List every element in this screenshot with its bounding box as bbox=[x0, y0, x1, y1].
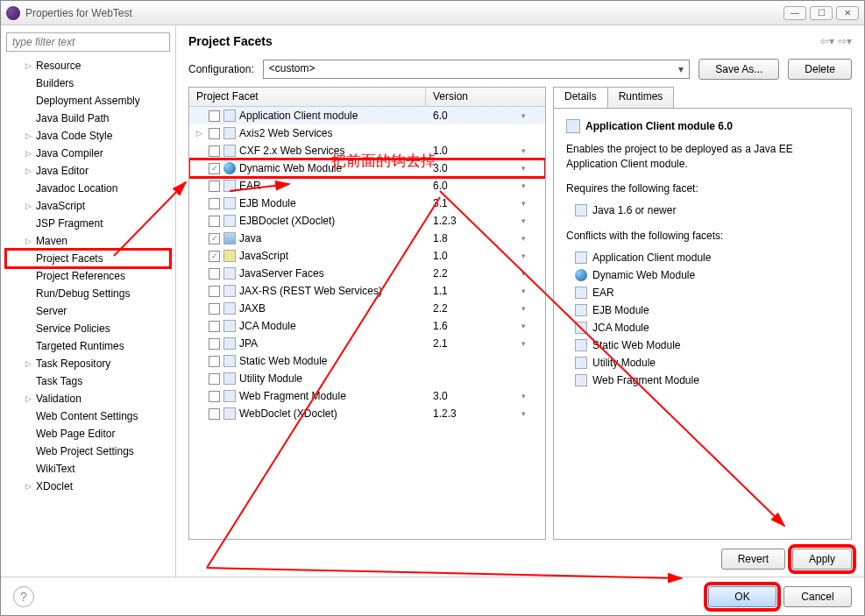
sidebar-item-xdoclet[interactable]: ▷XDoclet bbox=[6, 478, 170, 495]
facet-row[interactable]: JavaServer Faces2.2▾ bbox=[189, 265, 545, 282]
facet-checkbox[interactable] bbox=[209, 128, 220, 139]
sidebar-item-jsp-fragment[interactable]: JSP Fragment bbox=[6, 215, 170, 232]
version-dropdown-icon[interactable]: ▾ bbox=[521, 234, 526, 243]
version-dropdown-icon[interactable]: ▾ bbox=[521, 269, 526, 278]
facet-checkbox[interactable] bbox=[209, 216, 220, 227]
filter-input[interactable] bbox=[6, 32, 170, 52]
ok-button[interactable]: OK bbox=[708, 586, 776, 607]
version-dropdown-icon[interactable]: ▾ bbox=[521, 181, 526, 190]
facet-icon bbox=[223, 267, 236, 280]
facet-row[interactable]: Web Fragment Module3.0▾ bbox=[189, 387, 545, 405]
facet-row[interactable]: JPA2.1▾ bbox=[189, 335, 545, 352]
version-dropdown-icon[interactable]: ▾ bbox=[521, 304, 526, 313]
facet-row[interactable]: JCA Module1.6▾ bbox=[189, 317, 545, 335]
facet-row[interactable]: ▷Axis2 Web Services bbox=[189, 124, 545, 142]
version-dropdown-icon[interactable]: ▾ bbox=[521, 287, 526, 295]
sidebar-item-task-repository[interactable]: ▷Task Repository bbox=[6, 355, 170, 372]
facet-version: 3.1 bbox=[433, 197, 448, 209]
facet-row[interactable]: Static Web Module bbox=[189, 352, 545, 370]
sidebar-item-java-editor[interactable]: ▷Java Editor bbox=[6, 162, 170, 180]
facet-row[interactable]: ✓Dynamic Web Module3.0▾ bbox=[189, 159, 545, 177]
facet-checkbox[interactable] bbox=[209, 391, 220, 402]
sidebar-item-builders[interactable]: Builders bbox=[6, 74, 170, 92]
sidebar-item-javadoc-location[interactable]: Javadoc Location bbox=[6, 180, 170, 197]
sidebar-item-task-tags[interactable]: Task Tags bbox=[6, 372, 170, 390]
facet-row[interactable]: Utility Module bbox=[189, 370, 545, 387]
facet-name: CXF 2.x Web Services bbox=[239, 145, 344, 157]
version-dropdown-icon[interactable]: ▾ bbox=[521, 199, 526, 208]
minimize-button[interactable]: — bbox=[783, 6, 806, 20]
sidebar-item-web-page-editor[interactable]: Web Page Editor bbox=[6, 425, 170, 443]
facet-checkbox[interactable] bbox=[209, 110, 220, 122]
sidebar-item-java-compiler[interactable]: ▷Java Compiler bbox=[6, 145, 170, 162]
sidebar-item-resource[interactable]: ▷Resource bbox=[6, 57, 170, 74]
facet-checkbox[interactable]: ✓ bbox=[209, 251, 220, 262]
sidebar-item-java-build-path[interactable]: Java Build Path bbox=[6, 110, 170, 127]
sidebar-item-server[interactable]: Server bbox=[6, 302, 170, 320]
maximize-button[interactable]: ☐ bbox=[810, 6, 833, 20]
facet-checkbox[interactable] bbox=[209, 356, 220, 367]
facet-row[interactable]: ✓Java1.8▾ bbox=[189, 230, 545, 247]
expander-icon: ▷ bbox=[25, 61, 36, 70]
sidebar-item-web-project-settings[interactable]: Web Project Settings bbox=[6, 443, 170, 460]
facet-row[interactable]: CXF 2.x Web Services1.0▾ bbox=[189, 142, 545, 159]
facet-row[interactable]: JAX-RS (REST Web Services)1.1▾ bbox=[189, 282, 545, 300]
sidebar-item-project-references[interactable]: Project References bbox=[6, 267, 170, 285]
version-dropdown-icon[interactable]: ▾ bbox=[521, 216, 526, 225]
tab-details[interactable]: Details bbox=[553, 87, 608, 108]
version-dropdown-icon[interactable]: ▾ bbox=[521, 111, 526, 120]
sidebar-item-validation[interactable]: ▷Validation bbox=[6, 390, 170, 407]
help-icon[interactable]: ? bbox=[13, 586, 34, 607]
sidebar-item-wikitext[interactable]: WikiText bbox=[6, 460, 170, 478]
version-dropdown-icon[interactable]: ▾ bbox=[521, 146, 526, 155]
sidebar-item-maven[interactable]: ▷Maven bbox=[6, 232, 170, 250]
sidebar-item-service-policies[interactable]: Service Policies bbox=[6, 320, 170, 337]
col-header-facet[interactable]: Project Facet bbox=[189, 88, 426, 106]
facet-row[interactable]: EJBDoclet (XDoclet)1.2.3▾ bbox=[189, 212, 545, 230]
nav-forward-icon[interactable]: ⇨▾ bbox=[838, 35, 852, 47]
tab-runtimes[interactable]: Runtimes bbox=[607, 87, 675, 108]
version-dropdown-icon[interactable]: ▾ bbox=[521, 339, 526, 348]
version-dropdown-icon[interactable]: ▾ bbox=[521, 322, 526, 330]
sidebar-item-deployment-assembly[interactable]: Deployment Assembly bbox=[6, 92, 170, 110]
facet-checkbox[interactable] bbox=[209, 303, 220, 315]
version-dropdown-icon[interactable]: ▾ bbox=[521, 409, 526, 418]
facet-row[interactable]: EAR6.0▾ bbox=[189, 177, 545, 195]
sidebar-item-javascript[interactable]: ▷JavaScript bbox=[6, 197, 170, 215]
facet-checkbox[interactable] bbox=[209, 198, 220, 209]
delete-button[interactable]: Delete bbox=[788, 59, 852, 80]
sidebar-item-label: Task Repository bbox=[36, 358, 110, 370]
save-as-button[interactable]: Save As... bbox=[698, 59, 779, 80]
facet-checkbox[interactable]: ✓ bbox=[209, 163, 220, 174]
sidebar-item-project-facets[interactable]: Project Facets bbox=[6, 250, 170, 267]
facet-checkbox[interactable] bbox=[209, 181, 220, 192]
apply-button[interactable]: Apply bbox=[792, 549, 852, 570]
nav-back-icon[interactable]: ⇦▾ bbox=[820, 35, 834, 47]
facet-checkbox[interactable] bbox=[209, 268, 220, 280]
facet-checkbox[interactable] bbox=[209, 321, 220, 332]
facet-row[interactable]: ✓JavaScript1.0▾ bbox=[189, 247, 545, 265]
sidebar-item-targeted-runtimes[interactable]: Targeted Runtimes bbox=[6, 337, 170, 355]
facet-checkbox[interactable] bbox=[209, 145, 220, 157]
facet-checkbox[interactable] bbox=[209, 408, 220, 420]
sidebar: ▷ResourceBuildersDeployment AssemblyJava… bbox=[1, 25, 176, 577]
config-combo[interactable]: <custom> bbox=[263, 60, 691, 79]
facet-checkbox[interactable] bbox=[209, 286, 220, 297]
facet-checkbox[interactable] bbox=[209, 338, 220, 350]
facet-checkbox[interactable]: ✓ bbox=[209, 233, 220, 244]
cancel-button[interactable]: Cancel bbox=[783, 586, 852, 607]
sidebar-item-run-debug-settings[interactable]: Run/Debug Settings bbox=[6, 285, 170, 302]
close-button[interactable]: ✕ bbox=[836, 6, 859, 20]
col-header-version[interactable]: Version bbox=[426, 88, 545, 106]
facet-row[interactable]: WebDoclet (XDoclet)1.2.3▾ bbox=[189, 405, 545, 422]
version-dropdown-icon[interactable]: ▾ bbox=[521, 164, 526, 173]
sidebar-item-web-content-settings[interactable]: Web Content Settings bbox=[6, 407, 170, 425]
version-dropdown-icon[interactable]: ▾ bbox=[521, 251, 526, 260]
facet-row[interactable]: JAXB2.2▾ bbox=[189, 300, 545, 317]
facet-checkbox[interactable] bbox=[209, 373, 220, 385]
version-dropdown-icon[interactable]: ▾ bbox=[521, 392, 526, 400]
facet-row[interactable]: EJB Module3.1▾ bbox=[189, 195, 545, 212]
sidebar-item-java-code-style[interactable]: ▷Java Code Style bbox=[6, 127, 170, 145]
facet-row[interactable]: Application Client module6.0▾ bbox=[189, 107, 545, 124]
revert-button[interactable]: Revert bbox=[721, 549, 785, 570]
